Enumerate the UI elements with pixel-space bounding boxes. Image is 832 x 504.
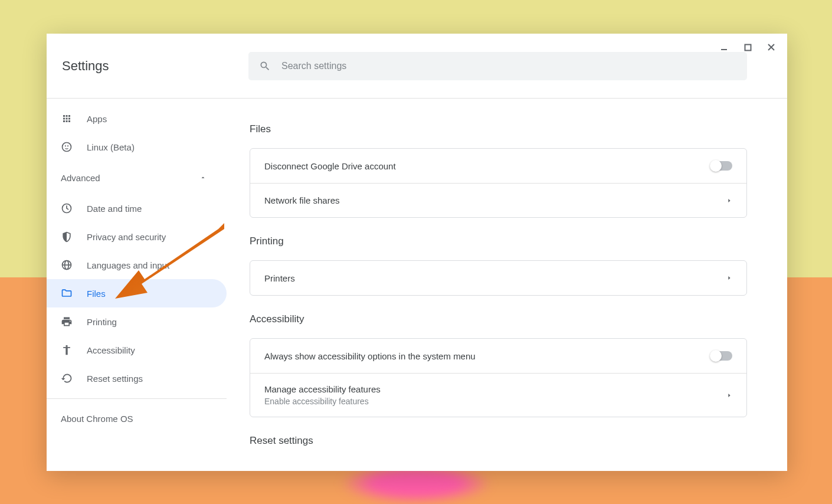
minimize-button[interactable] [719, 42, 729, 53]
row-label: Printers [264, 273, 295, 283]
sidebar-item-label: Reset settings [87, 374, 143, 384]
close-icon [767, 43, 775, 51]
sidebar-item-label: Date and time [87, 204, 142, 214]
section-title-reset: Reset settings [250, 435, 747, 447]
sidebar-item-printing[interactable]: Printing [47, 307, 227, 336]
row-network-file-shares[interactable]: Network file shares [250, 183, 746, 217]
svg-point-4 [63, 143, 71, 152]
section-title-files: Files [250, 123, 747, 135]
accessibility-card: Always show accessibility options in the… [250, 338, 747, 417]
svg-point-11 [65, 345, 67, 347]
maximize-icon [744, 44, 752, 51]
close-button[interactable] [766, 42, 777, 53]
sidebar-item-label: Apps [87, 114, 107, 124]
sidebar-item-privacy[interactable]: Privacy and security [47, 222, 227, 251]
toggle-always-show-a11y[interactable] [711, 351, 732, 361]
svg-rect-1 [745, 44, 751, 50]
sidebar: Apps Linux (Beta) Advanced Date and time [47, 99, 227, 471]
chevron-right-icon [726, 274, 732, 282]
search-box[interactable] [248, 52, 747, 80]
sidebar-item-label: Linux (Beta) [87, 142, 135, 152]
files-card: Disconnect Google Drive account Network … [250, 148, 747, 218]
sidebar-about[interactable]: About Chrome OS [47, 405, 227, 433]
row-label: Disconnect Google Drive account [264, 161, 396, 171]
page-title: Settings [47, 58, 248, 74]
accessibility-icon [61, 344, 73, 356]
sidebar-item-accessibility[interactable]: Accessibility [47, 336, 227, 364]
sidebar-item-label: Privacy and security [87, 232, 166, 242]
minimize-icon [720, 43, 728, 51]
maximize-button[interactable] [742, 42, 753, 53]
body: Apps Linux (Beta) Advanced Date and time [47, 99, 787, 471]
row-label: Network file shares [264, 195, 340, 205]
row-printers[interactable]: Printers [250, 261, 746, 295]
shield-icon [61, 231, 73, 243]
sidebar-item-apps[interactable]: Apps [47, 104, 227, 133]
sidebar-item-label: Printing [87, 317, 117, 327]
sidebar-item-linux[interactable]: Linux (Beta) [47, 133, 227, 161]
window-controls [719, 42, 777, 53]
printer-icon [61, 316, 73, 328]
row-text: Manage accessibility features Enable acc… [264, 384, 381, 406]
row-always-show-a11y[interactable]: Always show accessibility options in the… [250, 339, 746, 373]
apps-icon [61, 113, 73, 125]
globe-icon [61, 259, 73, 271]
sidebar-advanced-toggle[interactable]: Advanced [47, 161, 227, 194]
sidebar-item-reset[interactable]: Reset settings [47, 364, 227, 392]
sidebar-item-label: Accessibility [87, 345, 135, 355]
chevron-up-icon [199, 174, 207, 181]
linux-icon [61, 141, 73, 153]
svg-point-5 [65, 145, 66, 146]
row-label: Always show accessibility options in the… [264, 351, 476, 361]
row-manage-a11y[interactable]: Manage accessibility features Enable acc… [250, 373, 746, 417]
search-wrap [248, 52, 787, 80]
svg-point-6 [67, 145, 68, 146]
toggle-disconnect-drive[interactable] [711, 161, 732, 171]
section-title-accessibility: Accessibility [250, 313, 747, 325]
row-sublabel: Enable accessibility features [264, 397, 381, 406]
row-label: Manage accessibility features [264, 384, 381, 394]
printing-card: Printers [250, 260, 747, 296]
clock-icon [61, 202, 73, 214]
row-disconnect-drive[interactable]: Disconnect Google Drive account [250, 149, 746, 183]
sidebar-item-files[interactable]: Files [47, 279, 227, 307]
folder-icon [61, 287, 73, 299]
chevron-right-icon [726, 392, 732, 399]
sidebar-item-date-time[interactable]: Date and time [47, 194, 227, 222]
sidebar-advanced-label: Advanced [61, 173, 100, 183]
sidebar-item-label: Languages and input [87, 260, 169, 270]
sidebar-item-label: Files [87, 289, 106, 299]
search-input[interactable] [281, 61, 736, 71]
main-content: Files Disconnect Google Drive account Ne… [227, 99, 787, 471]
header: Settings [47, 34, 787, 99]
sidebar-divider [47, 398, 227, 399]
sidebar-item-languages[interactable]: Languages and input [47, 251, 227, 279]
settings-window: Settings Apps Linux (Beta) [47, 34, 787, 471]
chevron-right-icon [726, 197, 732, 204]
search-icon [259, 60, 271, 72]
reset-icon [61, 372, 73, 384]
section-title-printing: Printing [250, 235, 747, 247]
